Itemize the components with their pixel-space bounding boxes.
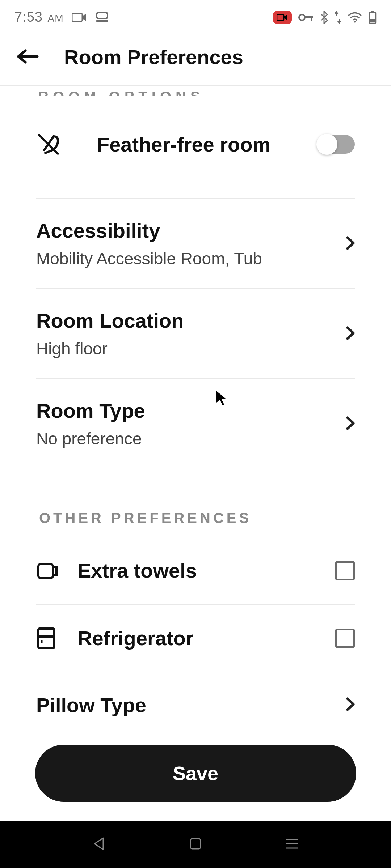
feather-free-label: Feather-free room (97, 133, 318, 156)
content-area: Feather-free room Accessibility Mobility… (0, 96, 391, 716)
room-type-value: No preference (36, 429, 145, 448)
room-location-value: High floor (36, 339, 184, 358)
chevron-right-icon (346, 323, 355, 344)
extra-towels-row[interactable]: Extra towels (36, 537, 355, 605)
back-icon[interactable] (16, 49, 39, 65)
svg-rect-1 (277, 14, 284, 20)
chevron-right-icon (346, 694, 355, 715)
nav-back-icon[interactable] (92, 837, 105, 852)
app-header: Room Preferences (0, 34, 391, 85)
bluetooth-icon (320, 10, 328, 24)
save-button[interactable]: Save (35, 745, 356, 802)
pillow-type-row[interactable]: Pillow Type (36, 672, 355, 716)
accessibility-title: Accessibility (36, 219, 262, 242)
accessibility-row[interactable]: Accessibility Mobility Accessible Room, … (36, 199, 355, 289)
navigation-bar (0, 821, 391, 868)
status-time: 7:53 AM (14, 9, 64, 25)
refrigerator-row[interactable]: Refrigerator (36, 605, 355, 672)
svg-rect-9 (38, 564, 53, 578)
room-type-title: Room Type (36, 399, 145, 422)
refrigerator-icon (36, 627, 59, 650)
camera-icon (72, 12, 87, 22)
extra-towels-label: Extra towels (77, 559, 335, 582)
chevron-right-icon (346, 413, 355, 434)
room-type-row[interactable]: Room Type No preference (36, 379, 355, 468)
svg-rect-7 (371, 11, 374, 13)
nav-home-icon[interactable] (189, 837, 202, 852)
svg-rect-4 (311, 16, 312, 21)
svg-rect-0 (72, 13, 82, 21)
room-location-title: Room Location (36, 309, 184, 332)
recording-badge-icon (273, 11, 292, 24)
feather-free-toggle[interactable] (318, 135, 355, 154)
battery-icon (369, 11, 377, 24)
accessibility-value: Mobility Accessible Room, Tub (36, 249, 262, 268)
pillow-type-title: Pillow Type (36, 693, 146, 716)
svg-rect-13 (190, 839, 201, 849)
status-left-group: 7:53 AM (14, 9, 109, 25)
refrigerator-checkbox[interactable] (335, 629, 355, 648)
svg-rect-10 (38, 629, 54, 648)
status-time-value: 7:53 (14, 9, 43, 25)
status-right-group (273, 10, 377, 24)
extra-towels-checkbox[interactable] (335, 561, 355, 580)
status-bar: 7:53 AM (0, 0, 391, 34)
key-icon (298, 13, 314, 21)
other-preferences-header: OTHER PREFERENCES (36, 468, 355, 537)
nav-recent-icon[interactable] (286, 838, 299, 851)
page-title: Room Preferences (64, 45, 243, 69)
towels-icon (36, 559, 59, 582)
data-icon (335, 11, 341, 24)
cast-icon (95, 12, 109, 23)
room-location-row[interactable]: Room Location High floor (36, 289, 355, 379)
toggle-thumb (316, 134, 337, 155)
feather-free-icon (36, 132, 61, 157)
feather-free-row[interactable]: Feather-free room (36, 96, 355, 199)
refrigerator-label: Refrigerator (77, 626, 335, 650)
wifi-icon (348, 12, 362, 23)
svg-rect-8 (370, 19, 375, 22)
cutoff-section-header: ROOM OPTIONS (0, 86, 391, 96)
svg-point-5 (354, 21, 356, 22)
save-container: Save (0, 741, 391, 802)
status-period: AM (48, 13, 64, 24)
svg-point-2 (299, 14, 305, 20)
room-options-label: ROOM OPTIONS (38, 89, 205, 96)
chevron-right-icon (346, 233, 355, 254)
